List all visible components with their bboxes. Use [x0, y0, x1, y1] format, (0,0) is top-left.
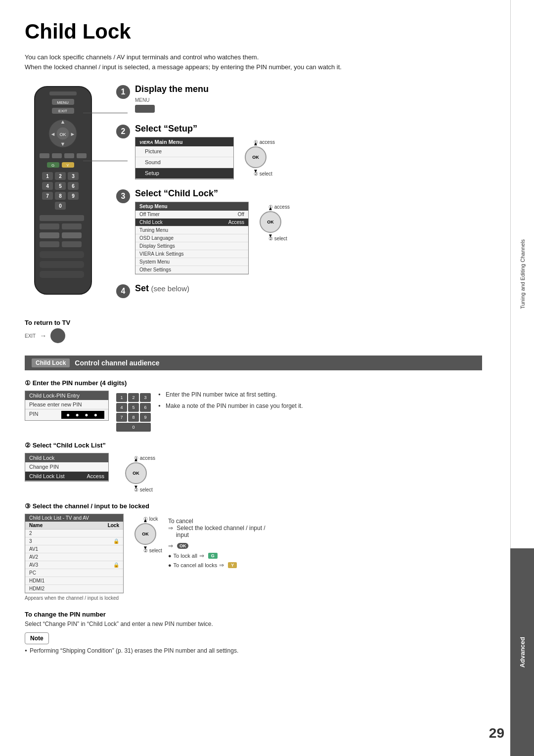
sub-step-1-label: Enter the PIN number (4 digits)	[33, 379, 127, 387]
svg-rect-14	[52, 153, 62, 158]
svg-text:◄: ◄	[50, 131, 56, 137]
sub-step-3-circle: ③	[25, 502, 31, 510]
sidebar-advanced-section: Advanced	[510, 548, 534, 756]
svg-text:▼: ▼	[60, 141, 66, 147]
remote-area: MENU EXIT OK ▲ ▼ ◄ ►	[25, 84, 106, 309]
svg-text:3: 3	[72, 174, 75, 179]
note-section: Note Performing “Shipping Condition” (p.…	[25, 632, 482, 654]
step-2-number: 2	[116, 125, 130, 138]
numpad-1: 1	[116, 393, 127, 402]
step3-nav: OK ▲ ▼	[260, 211, 281, 233]
setup-row-system: System Menu	[135, 258, 248, 266]
channel-list-mockup: Child Lock List - TV and AV Name Lock 2 …	[25, 514, 124, 593]
sub-step-1: ① Enter the PIN number (4 digits) Child …	[25, 379, 482, 432]
svg-rect-44	[40, 232, 59, 238]
pin-entry-input-row: PIN ● ● ● ●	[25, 409, 108, 420]
pin-label: PIN	[29, 411, 38, 419]
menu-item-sound: Sound	[135, 157, 233, 168]
numpad-0: 0	[116, 423, 151, 432]
sidebar-advanced-label: Advanced	[519, 637, 526, 667]
cancel-detail: Select the locked channel / input	[177, 525, 262, 532]
return-tv-title: To return to TV	[25, 319, 482, 326]
lock-info: To cancel ⇒ Select the locked channel / …	[168, 514, 266, 569]
step-4-number: 4	[116, 284, 130, 298]
numpad-2: 2	[128, 393, 139, 402]
sub-step-3-nav: OK ▲ ▼	[134, 523, 156, 545]
svg-rect-48	[40, 251, 84, 258]
svg-text:1: 1	[46, 174, 49, 179]
channel-col-headers: Name Lock	[25, 522, 123, 530]
ok-btn: OK	[177, 543, 189, 549]
svg-rect-41	[40, 215, 84, 221]
svg-text:▲: ▲	[60, 119, 66, 125]
intro-text: You can lock specific channels / AV inpu…	[25, 52, 482, 72]
menu-label: MENU	[135, 97, 482, 103]
ok-arrow: ⇒	[168, 542, 173, 549]
right-sidebar: Tuning and Editing Channels Advanced	[510, 0, 534, 756]
svg-text:G: G	[51, 163, 54, 168]
section-bar: Child Lock Control channel audience	[25, 356, 482, 370]
svg-text:EXIT: EXIT	[58, 109, 67, 113]
step-2-content: Select “Setup” VIERA Main Menu Picture S…	[135, 124, 482, 179]
menu-button-visual	[135, 105, 155, 113]
cancel-input: input	[176, 532, 189, 538]
main-content: Child Lock You can lock specific channel…	[25, 20, 482, 654]
annotation-line-1	[83, 113, 128, 113]
exit-button-visual	[50, 328, 65, 343]
menu-item-setup: Setup	[135, 168, 233, 179]
change-pin-text: Select “Change PIN” in “Child Lock” and …	[25, 621, 482, 627]
svg-rect-13	[40, 153, 49, 158]
intro-line-2: When the locked channel / input is selec…	[25, 62, 482, 72]
channel-list-header: Child Lock List - TV and AV	[25, 514, 123, 522]
svg-rect-1	[49, 91, 77, 95]
numpad-8: 8	[128, 413, 139, 422]
svg-text:4: 4	[46, 183, 49, 189]
exit-text-label: EXIT	[25, 333, 36, 339]
svg-rect-45	[62, 232, 82, 238]
child-lock-list-row: Child Lock List Access	[25, 472, 108, 481]
svg-text:0: 0	[59, 203, 62, 209]
sub-step-1-title: ① Enter the PIN number (4 digits)	[25, 379, 482, 387]
svg-text:9: 9	[72, 193, 75, 199]
setup-row-osd: OSD Language	[135, 234, 248, 242]
svg-rect-15	[64, 153, 74, 158]
setup-row-childlock: Child LockAccess	[135, 219, 248, 226]
setup-menu: Setup Menu Off TimerOff Child LockAccess…	[135, 202, 249, 274]
cancel-arrow: ⇒	[168, 525, 173, 532]
section-bar-title: Control channel audience	[75, 359, 159, 367]
step-1-content: Display the menu MENU	[135, 84, 482, 113]
svg-text:OK: OK	[59, 132, 66, 137]
sub-step-2-nav: OK ▲ ▼	[125, 462, 147, 484]
lock-all-arrow: ⇒	[199, 552, 204, 559]
sub-step-1-circle: ①	[25, 379, 31, 387]
sub-step-2-label: Select “Child Lock List”	[33, 442, 106, 449]
svg-rect-43	[62, 223, 82, 229]
sub-step-1-bullets: Enter the PIN number twice at first sett…	[158, 391, 303, 413]
channel-row-3: 3🔒	[25, 537, 123, 545]
svg-rect-46	[40, 241, 59, 247]
svg-rect-50	[40, 271, 84, 278]
lock-all-text: To lock all	[174, 553, 197, 559]
channel-row-hdmi2: HDMI2	[25, 585, 123, 593]
change-pin-section: To change the PIN number Select “Change …	[25, 611, 482, 627]
svg-text:Y: Y	[66, 163, 69, 168]
cancel-text: To cancel	[168, 518, 193, 525]
numpad-5: 5	[128, 403, 139, 412]
cancel-all-arrow: ⇒	[219, 562, 224, 569]
return-tv: To return to TV EXIT →	[25, 319, 482, 343]
sidebar-top-section: Tuning and Editing Channels	[510, 0, 534, 548]
arrow-icon: →	[40, 332, 46, 340]
setup-row-display: Display Settings	[135, 242, 248, 250]
bullet-1: Enter the PIN number twice at first sett…	[158, 391, 303, 399]
steps-column: 1 Display the menu MENU 2 Select “Setup”	[106, 84, 482, 309]
pin-entry-row1: Please enter new PIN	[25, 400, 108, 409]
child-lock-list-mockup: Child Lock Change PIN Child Lock List Ac…	[25, 453, 109, 482]
step-4-content: Set (see below)	[135, 283, 482, 294]
step-3-number: 3	[116, 189, 130, 203]
intro-line-1: You can lock specific channels / AV inpu…	[25, 52, 482, 62]
step-4-subtitle: (see below)	[151, 284, 189, 293]
viera-menu-header: VIERA Main Menu	[135, 137, 233, 146]
setup-row-tuning: Tuning Menu	[135, 226, 248, 234]
numpad-6: 6	[140, 403, 151, 412]
svg-rect-49	[40, 261, 84, 268]
